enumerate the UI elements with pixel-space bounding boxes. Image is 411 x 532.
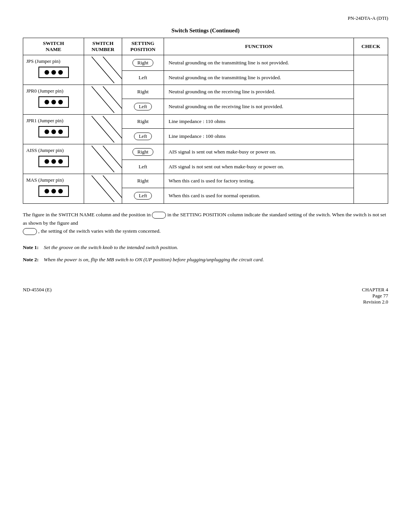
footer-left: ND-45504 (E) (23, 287, 51, 305)
function-cell: When this card is used for normal operat… (164, 188, 354, 204)
jumper-diagram (38, 96, 69, 108)
svg-line-8 (92, 176, 114, 202)
switch-number-cell (84, 115, 122, 144)
switch-number-cell (84, 85, 122, 115)
function-cell: AIS signal is sent out when make-busy or… (164, 144, 354, 160)
footer-chapter: CHAPTER 4 (362, 287, 388, 293)
table-row: JPS (Jumper pin)RightNeutral grounding o… (23, 55, 388, 71)
switch-name-cell: AISS (Jumper pin) (23, 144, 84, 174)
inline-oval-2 (23, 228, 37, 235)
svg-line-9 (103, 176, 122, 202)
page-header: PN-24DTA-A (DTI) (23, 15, 388, 21)
switch-name-label: JPR1 (Jumper pin) (26, 118, 81, 124)
position-pill: Right (132, 59, 153, 67)
svg-line-7 (103, 146, 122, 172)
switch-name-cell: JPR0 (Jumper pin) (23, 85, 84, 115)
col-header-setting-position: SETTINGPOSITION (122, 38, 164, 55)
check-cell (354, 115, 388, 144)
switch-name-cell: JPR1 (Jumper pin) (23, 115, 84, 144)
setting-position-cell: Left (122, 129, 164, 144)
jumper-diagram (38, 126, 69, 137)
switch-name-label: MAS (Jumper pin) (26, 177, 81, 183)
notes-paragraph: The figure in the SWITCH NAME column and… (23, 211, 388, 235)
svg-line-6 (92, 146, 114, 172)
function-cell: Line impedance : 110 ohms (164, 115, 354, 129)
setting-position-cell: Left (122, 71, 164, 85)
footer-right: CHAPTER 4 Page 77 Revision 2.0 (362, 287, 388, 305)
position-pill: Left (134, 103, 152, 110)
section-title: Switch Settings (Continued) (23, 27, 388, 34)
setting-position-cell: Right (122, 115, 164, 129)
col-header-switch-name: SWITCHNAME (23, 38, 84, 55)
svg-line-0 (92, 57, 114, 83)
position-pill: Left (134, 133, 152, 140)
check-cell (354, 174, 388, 204)
note1: Note 1: Set the groove on the switch kno… (23, 243, 388, 252)
table-row: MAS (Jumper pin)RightWhen this card is u… (23, 174, 388, 188)
col-header-switch-number: SWITCHNUMBER (84, 38, 122, 55)
switch-number-cell (84, 144, 122, 174)
inline-oval-1 (152, 212, 166, 219)
setting-position-cell: Left (122, 188, 164, 204)
table-header-row: SWITCHNAME SWITCHNUMBER SETTINGPOSITION … (23, 38, 388, 55)
note2: Note 2: When the power is on, flip the M… (23, 256, 388, 264)
table-row: JPR0 (Jumper pin)RightNeutral grounding … (23, 85, 388, 99)
switch-name-cell: MAS (Jumper pin) (23, 174, 84, 204)
svg-line-5 (103, 116, 122, 142)
col-header-function: FUNCTION (164, 38, 354, 55)
function-cell: Neutral grounding on the receiving line … (164, 85, 354, 99)
notes-section: The figure in the SWITCH NAME column and… (23, 211, 388, 264)
header-title: PN-24DTA-A (DTI) (348, 15, 388, 21)
setting-position-cell: Left (122, 99, 164, 115)
switch-name-label: AISS (Jumper pin) (26, 147, 81, 153)
setting-position-cell: Left (122, 160, 164, 174)
table-row: JPR1 (Jumper pin)RightLine impedance : 1… (23, 115, 388, 129)
switch-name-label: JPR0 (Jumper pin) (26, 88, 81, 94)
table-row: AISS (Jumper pin)RightAIS signal is sent… (23, 144, 388, 160)
switch-settings-table: SWITCHNAME SWITCHNUMBER SETTINGPOSITION … (23, 38, 388, 204)
switch-number-cell (84, 174, 122, 204)
page-footer: ND-45504 (E) CHAPTER 4 Page 77 Revision … (23, 287, 388, 305)
function-cell: When this card is used for factory testi… (164, 174, 354, 188)
jumper-diagram (38, 156, 69, 167)
position-pill: Right (132, 148, 153, 156)
check-cell (354, 144, 388, 174)
setting-position-cell: Right (122, 174, 164, 188)
function-cell: Neutral grounding on the receiving line … (164, 99, 354, 115)
footer-page: Page 77 (362, 293, 388, 299)
svg-line-2 (92, 86, 114, 113)
setting-position-cell: Right (122, 85, 164, 99)
function-cell: Neutral grounding on the transmitting li… (164, 71, 354, 85)
check-cell (354, 85, 388, 115)
function-cell: Neutral grounding on the transmitting li… (164, 55, 354, 71)
switch-name-cell: JPS (Jumper pin) (23, 55, 84, 85)
switch-number-cell (84, 55, 122, 85)
setting-position-cell: Right (122, 55, 164, 71)
function-cell: Line impedance : 100 ohms (164, 129, 354, 144)
jumper-diagram (38, 185, 69, 197)
svg-line-3 (103, 86, 122, 113)
svg-line-4 (92, 116, 114, 142)
jumper-diagram (38, 67, 69, 78)
check-cell (354, 55, 388, 85)
position-pill: Left (134, 192, 152, 200)
function-cell: AIS signal is not sent out when make-bus… (164, 160, 354, 174)
footer-revision: Revision 2.0 (362, 299, 388, 305)
switch-name-label: JPS (Jumper pin) (26, 58, 81, 64)
setting-position-cell: Right (122, 144, 164, 160)
svg-line-1 (103, 57, 122, 83)
col-header-check: CHECK (354, 38, 388, 55)
